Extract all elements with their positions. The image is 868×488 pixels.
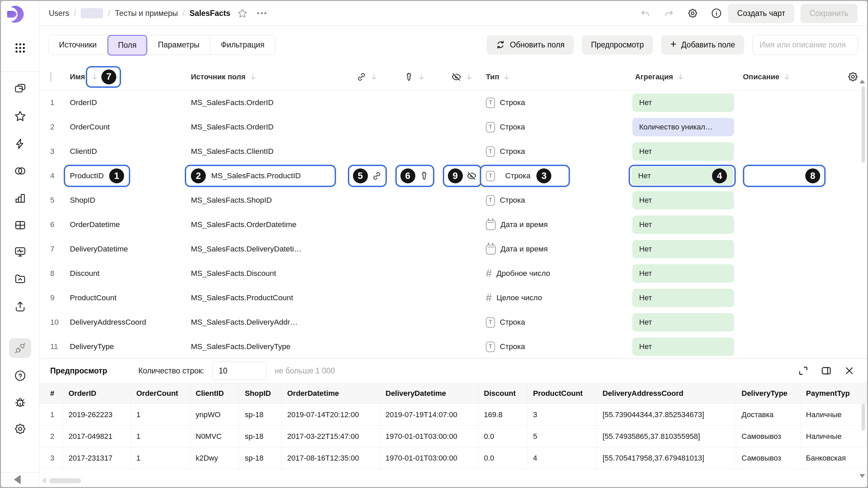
field-name[interactable]: Discount <box>70 269 191 278</box>
sidebar-item-connections-active[interactable] <box>9 338 31 358</box>
field-type[interactable]: Дробное число <box>486 267 632 280</box>
collections-icon[interactable] <box>1 82 39 95</box>
field-type[interactable]: Строка <box>486 98 632 108</box>
table-icon[interactable] <box>1 219 39 231</box>
field-type[interactable]: Строка <box>486 146 632 157</box>
field-name[interactable]: DeliveryType <box>70 342 191 351</box>
dataset-settings-gear-icon[interactable] <box>687 8 698 19</box>
field-row-5[interactable]: 5 ShopID MS_SalesFacts.ShopID Строка Нет <box>39 188 867 212</box>
callout-2-field-source[interactable]: 2 MS_SalesFacts.ProductID <box>185 165 336 187</box>
split-view-icon[interactable] <box>821 365 832 376</box>
row-count-input[interactable] <box>212 362 267 380</box>
add-field-button[interactable]: + Добавить поле <box>661 35 744 55</box>
field-row-2[interactable]: 2 OrderCount MS_SalesFacts.OrderID Строк… <box>39 115 867 139</box>
undo-icon[interactable] <box>640 8 651 19</box>
aggregation-badge[interactable]: Нет <box>632 264 734 283</box>
column-header-aggregation[interactable]: Агрегация <box>632 73 743 81</box>
create-chart-button[interactable]: Создать чарт <box>728 4 794 23</box>
field-row-10[interactable]: 10 DeliveryAddressCoord MS_SalesFacts.De… <box>39 310 867 334</box>
sort-icon[interactable] <box>91 73 99 81</box>
callout-5-link[interactable]: 5 <box>348 165 387 187</box>
field-row-6[interactable]: 6 OrderDatetime MS_SalesFacts.OrderDatet… <box>39 212 867 237</box>
field-row-7[interactable]: 7 DeliveryDatetime MS_SalesFacts.Deliver… <box>39 237 867 261</box>
eye-off-icon[interactable] <box>467 171 477 181</box>
column-header-type[interactable]: Тип <box>486 73 632 81</box>
aggregation-badge[interactable]: Нет <box>632 289 734 307</box>
preview-scrollbar-thumb[interactable] <box>862 404 865 431</box>
column-header-source[interactable]: Источник поля <box>191 73 343 81</box>
column-header-hidden[interactable] <box>438 72 486 82</box>
callout-3-field-type[interactable]: Строка 3 <box>480 165 570 187</box>
callout-8-description[interactable]: 8 <box>743 165 826 187</box>
tab-parameters[interactable]: Параметры <box>147 35 211 55</box>
field-type[interactable]: Строка <box>486 122 632 133</box>
favorites-star-icon[interactable] <box>1 109 39 122</box>
storage-folder-icon[interactable] <box>1 272 39 285</box>
horizontal-scrollbar[interactable] <box>42 477 81 484</box>
aggregation-badge[interactable]: Нет <box>632 94 734 112</box>
aggregation-badge[interactable]: Нет <box>632 216 734 234</box>
columns-settings-gear-icon[interactable] <box>847 71 859 82</box>
bug-icon[interactable] <box>1 395 39 408</box>
breadcrumb-users[interactable]: Users <box>49 9 69 18</box>
select-all-checkbox[interactable] <box>50 72 52 82</box>
field-name[interactable]: OrderID <box>70 98 191 107</box>
expand-icon[interactable] <box>798 365 809 376</box>
callout-6-key[interactable]: 6 <box>395 165 434 187</box>
save-button[interactable]: Сохранить <box>801 4 857 23</box>
field-row-8[interactable]: 8 Discount MS_SalesFacts.Discount Дробно… <box>39 261 867 286</box>
field-name[interactable]: OrderCount <box>70 123 191 131</box>
callout-4-aggregation[interactable]: Нет 4 <box>629 165 736 187</box>
sort-icon[interactable] <box>465 73 473 81</box>
info-icon[interactable] <box>711 8 722 19</box>
bar-chart-icon[interactable] <box>1 191 39 204</box>
lightning-icon[interactable] <box>1 137 39 150</box>
aggregation-badge[interactable]: Нет <box>632 240 734 258</box>
close-icon[interactable] <box>844 365 855 376</box>
breadcrumb-folder[interactable]: Тесты и примеры <box>115 9 178 18</box>
favorite-star-icon[interactable] <box>237 8 248 19</box>
field-search-input[interactable] <box>752 35 858 55</box>
key-icon[interactable] <box>419 171 429 181</box>
field-name[interactable]: ClientID <box>70 147 191 156</box>
column-header-name[interactable]: Имя 7 <box>70 66 191 88</box>
field-type[interactable]: Строка <box>486 317 632 328</box>
aggregation-badge[interactable]: Нет <box>632 142 734 161</box>
aggregation-badge[interactable]: Нет <box>632 313 734 331</box>
field-name[interactable]: OrderDatetime <box>70 220 191 229</box>
sort-icon[interactable] <box>783 73 791 81</box>
column-header-key[interactable] <box>391 72 438 82</box>
link-icon[interactable] <box>372 171 382 181</box>
field-type[interactable]: Строка <box>486 342 632 352</box>
field-type[interactable]: Целое число <box>486 292 632 304</box>
field-type[interactable]: Дата и время <box>486 244 632 255</box>
sort-icon[interactable] <box>249 73 257 81</box>
column-header-description[interactable]: Описание <box>743 73 845 81</box>
aggregation-badge[interactable]: Нет <box>632 338 734 356</box>
field-row-9[interactable]: 9 ProductCount MS_SalesFacts.ProductCoun… <box>39 286 867 310</box>
aggregation-badge[interactable]: Нет <box>632 191 734 209</box>
connections-venn-icon[interactable] <box>1 164 39 177</box>
field-type[interactable]: Строка <box>486 195 632 206</box>
sort-icon[interactable] <box>370 73 378 81</box>
dashboard-monitor-icon[interactable] <box>1 245 39 258</box>
refresh-fields-button[interactable]: Обновить поля <box>487 35 574 55</box>
redo-icon[interactable] <box>664 8 674 19</box>
field-name[interactable]: DeliveryAddressCoord <box>70 318 191 327</box>
aggregation-badge[interactable]: Количество уникал… <box>632 118 734 136</box>
sort-icon[interactable] <box>417 73 426 81</box>
sort-icon[interactable] <box>676 73 685 81</box>
preview-scrollbar-down-icon[interactable] <box>860 474 865 478</box>
field-type[interactable]: Дата и время <box>486 219 632 230</box>
callout-1-field-name[interactable]: ProductID 1 <box>64 165 130 187</box>
field-name[interactable]: ShopID <box>70 196 191 205</box>
scroll-left-icon[interactable] <box>42 477 46 484</box>
tab-filtering[interactable]: Фильтрация <box>210 35 275 55</box>
upload-icon[interactable] <box>1 300 39 313</box>
preview-toggle-button[interactable]: Предпросмотр <box>582 35 653 55</box>
breadcrumb-redacted-segment[interactable] <box>81 8 103 18</box>
more-actions-icon[interactable]: ••• <box>257 9 268 18</box>
field-row-1[interactable]: 1 OrderID MS_SalesFacts.OrderID Строка Н… <box>39 90 867 115</box>
field-row-4-highlighted[interactable]: 4 ProductID 1 2 MS_SalesFacts.ProductID … <box>39 164 867 188</box>
tab-sources[interactable]: Источники <box>48 35 107 55</box>
